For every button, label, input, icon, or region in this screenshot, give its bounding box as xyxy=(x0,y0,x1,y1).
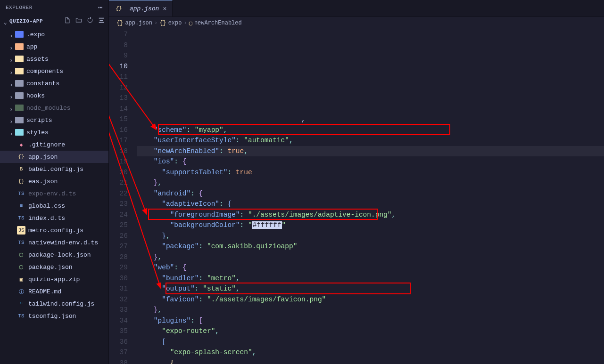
tabs: {} app.json ✕ xyxy=(109,0,604,17)
project-header[interactable]: QUIZIO-APP xyxy=(0,15,108,27)
folder-item[interactable]: constants xyxy=(0,77,108,89)
project-actions xyxy=(64,17,105,25)
close-icon[interactable]: ✕ xyxy=(163,5,166,12)
folder-item[interactable]: components xyxy=(0,65,108,77)
breadcrumb-separator: › xyxy=(154,20,157,26)
file-item[interactable]: TSexpo-env.d.ts xyxy=(0,187,108,200)
line-number: 26 xyxy=(109,231,128,242)
file-item[interactable]: ▣quizio-app.zip xyxy=(0,273,108,285)
line-number: 35 xyxy=(109,326,128,337)
file-item[interactable]: {}eas.json xyxy=(0,175,108,187)
file-item[interactable]: ⬡package.json xyxy=(0,261,108,273)
breadcrumb[interactable]: {}app.json›{}expo›▢newArchEnabled xyxy=(109,17,604,29)
code-line[interactable]: "userInterfaceStyle": "automatic", xyxy=(137,135,604,146)
collapse-icon[interactable] xyxy=(98,17,105,25)
code-line[interactable]: "plugins": [ xyxy=(137,315,604,326)
file-item[interactable]: Bbabel.config.js xyxy=(0,163,108,175)
breadcrumb-part[interactable]: expo xyxy=(168,20,182,26)
code-line[interactable]: "favicon": "./assets/images/favicon.png" xyxy=(137,294,604,305)
line-number: 31 xyxy=(109,283,128,294)
breadcrumb-part[interactable]: app.json xyxy=(125,20,152,26)
folder-item[interactable]: .expo xyxy=(0,28,108,40)
code-line[interactable]: , xyxy=(137,114,604,125)
more-icon[interactable]: ⋯ xyxy=(98,3,103,12)
folder-label: assets xyxy=(26,56,49,63)
file-tree: .expoappassetscomponentsconstantshooksno… xyxy=(0,27,108,364)
code-line[interactable]: "newArchEnabled": true, xyxy=(137,146,604,157)
folder-label: .expo xyxy=(26,31,45,38)
breadcrumb-part[interactable]: newArchEnabled xyxy=(194,20,242,26)
file-item[interactable]: ⓘREADME.md xyxy=(0,285,108,298)
file-label: metro.config.js xyxy=(28,227,83,234)
file-label: package.json xyxy=(28,264,73,271)
line-number: 22 xyxy=(109,188,128,199)
folder-item[interactable]: hooks xyxy=(0,89,108,102)
folder-item[interactable]: styles xyxy=(0,126,108,138)
json-icon: {} xyxy=(115,4,123,13)
file-item[interactable]: ≡global.css xyxy=(0,200,108,212)
refresh-icon[interactable] xyxy=(87,17,93,25)
line-number: 14 xyxy=(109,104,128,114)
code-line[interactable]: "backgroundColor": "#ffffff" xyxy=(137,220,604,231)
line-number: 13 xyxy=(109,93,128,104)
code-line[interactable]: "scheme": "myapp", xyxy=(137,125,604,136)
gutter: 7891011121314151617181920212223242526272… xyxy=(109,29,137,364)
line-number: 23 xyxy=(109,199,128,210)
line-number: 12 xyxy=(109,82,128,93)
file-icon: ◆ xyxy=(17,140,25,149)
sidebar: EXPLORER ⋯ QUIZIO-APP .expoappassetscomp… xyxy=(0,0,109,364)
tab-label: app.json xyxy=(130,5,159,12)
file-item[interactable]: TSnativewind-env.d.ts xyxy=(0,236,108,249)
line-number: 8 xyxy=(109,40,128,51)
file-label: .gitignore xyxy=(28,141,65,148)
file-icon: ≡ xyxy=(17,202,25,210)
code-line[interactable]: }, xyxy=(137,231,604,242)
file-item[interactable]: TSindex.d.ts xyxy=(0,212,108,224)
file-item[interactable]: JSmetro.config.js xyxy=(0,224,108,236)
chevron-right-icon xyxy=(9,57,13,61)
file-icon: JS xyxy=(17,226,25,235)
editor[interactable]: 7891011121314151617181920212223242526272… xyxy=(109,29,604,364)
line-number: 29 xyxy=(109,262,128,273)
line-number: 36 xyxy=(109,337,128,348)
file-item[interactable]: {}app.json xyxy=(0,151,108,163)
code-line[interactable]: }, xyxy=(137,305,604,315)
file-icon: {} xyxy=(17,177,25,186)
chevron-right-icon xyxy=(9,45,13,49)
folder-item[interactable]: node_modules xyxy=(0,102,108,114)
folder-item[interactable]: assets xyxy=(0,53,108,65)
code-line[interactable]: [ xyxy=(137,337,604,348)
file-label: index.d.ts xyxy=(28,215,65,222)
line-number: 11 xyxy=(109,72,128,82)
file-item[interactable]: ≈tailwind.config.js xyxy=(0,298,108,310)
code-line[interactable]: "expo-splash-screen", xyxy=(137,347,604,358)
folder-item[interactable]: app xyxy=(0,40,108,53)
folder-item[interactable]: scripts xyxy=(0,114,108,126)
file-item[interactable]: ◆.gitignore xyxy=(0,138,108,151)
code-line[interactable]: "package": "com.sakibb.quizioapp" xyxy=(137,241,604,252)
sidebar-header: EXPLORER ⋯ xyxy=(0,0,108,15)
chevron-right-icon xyxy=(9,32,13,36)
line-number: 16 xyxy=(109,125,128,136)
code-line[interactable]: "web": { xyxy=(137,262,604,273)
tab-app-json[interactable]: {} app.json ✕ xyxy=(109,0,173,16)
line-number: 28 xyxy=(109,252,128,263)
code-line[interactable]: "bundler": "metro", xyxy=(137,273,604,284)
code-line[interactable]: "expo-router", xyxy=(137,326,604,337)
file-item[interactable]: ⬡package-lock.json xyxy=(0,249,108,261)
file-label: global.css xyxy=(28,202,65,210)
file-label: app.json xyxy=(28,154,58,161)
code-content[interactable]: , "scheme": "myapp", "userInterfaceStyle… xyxy=(137,29,604,364)
new-file-icon[interactable] xyxy=(64,17,71,25)
code-line[interactable]: }, xyxy=(137,252,604,263)
code-line[interactable]: "ios": { xyxy=(137,156,604,167)
code-line[interactable]: "adaptiveIcon": { xyxy=(137,199,604,210)
new-folder-icon[interactable] xyxy=(75,17,82,25)
code-line[interactable]: "supportsTablet": true xyxy=(137,167,604,178)
code-line[interactable]: "output": "static", xyxy=(137,283,604,294)
code-line[interactable]: }, xyxy=(137,178,604,188)
code-line[interactable]: "foregroundImage": "./assets/images/adap… xyxy=(137,210,604,220)
code-line[interactable]: { xyxy=(137,358,604,364)
file-item[interactable]: TStsconfig.json xyxy=(0,310,108,322)
code-line[interactable]: "android": { xyxy=(137,188,604,199)
